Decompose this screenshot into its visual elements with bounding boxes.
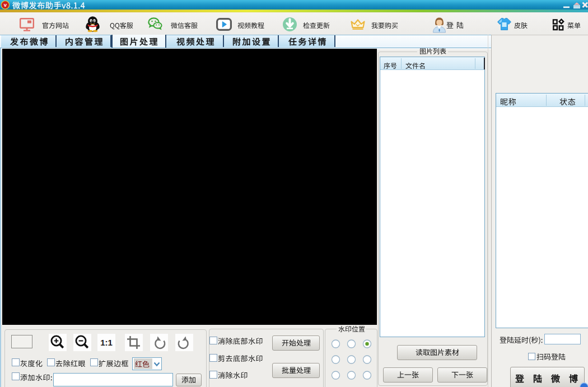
svg-text:v: v (4, 2, 7, 8)
svg-text:1:1: 1:1 (100, 338, 113, 347)
